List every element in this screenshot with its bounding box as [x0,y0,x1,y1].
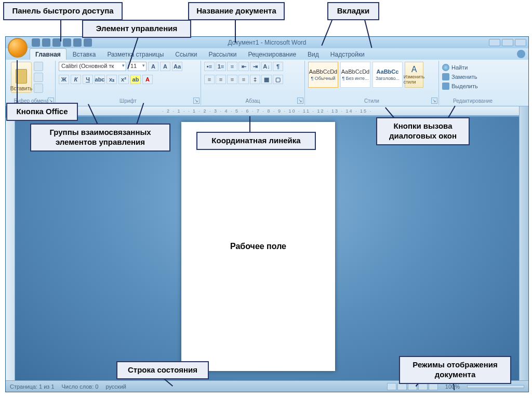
zoom-percent[interactable]: 100% [445,383,460,390]
group-clipboard: Вставить Буфер обмена ↘ [8,61,56,105]
tab-mail[interactable]: Рассылки [204,49,242,60]
maximize-button[interactable] [502,39,513,46]
callout-tabs: Вкладки [327,2,379,20]
find-button[interactable]: Найти [442,64,468,71]
align-center-icon[interactable]: ≡ [216,75,226,84]
undo-icon[interactable] [42,38,50,47]
borders-icon[interactable]: ▢ [273,75,283,84]
redo-icon[interactable] [52,38,61,47]
save-icon[interactable] [32,38,40,47]
zoom-slider[interactable] [467,385,524,388]
paragraph-launcher[interactable]: ↘ [297,98,303,104]
indent-inc-icon[interactable]: ⇥ [250,62,260,71]
title-bar: Документ1 - Microsoft Word [6,37,528,48]
numbering-icon[interactable]: 1≡ [216,62,226,71]
vertical-ruler[interactable] [6,118,15,380]
highlight-button[interactable]: ab [130,75,141,84]
minimize-button[interactable] [489,39,500,46]
change-styles-button[interactable]: A Изменить стили [405,62,423,88]
callout-status-bar: Строка состояния [116,361,209,379]
help-icon[interactable] [517,50,525,58]
document-title: Документ1 - Microsoft Word [228,39,306,46]
tab-review[interactable]: Рецензирование [243,49,301,60]
tab-view[interactable]: Вид [302,49,324,60]
status-words[interactable]: Число слов: 0 [62,383,99,390]
style-nospacing-label: ¶ Без инте... [342,76,368,81]
change-styles-label: Изменить стили [404,74,425,85]
view-outline[interactable] [418,383,428,390]
line-spacing-icon[interactable]: ‡ [250,75,260,84]
workspace-caption: Рабочее поле [230,242,286,251]
select-label: Выделить [451,83,478,89]
align-left-icon[interactable]: ≡ [204,75,215,84]
tab-refs[interactable]: Ссылки [170,49,202,60]
font-launcher[interactable]: ↘ [193,98,200,104]
bold-button[interactable]: Ж [59,75,69,84]
group-editing-label: Редактирование [442,97,503,104]
view-draft[interactable] [429,383,438,390]
style-heading1[interactable]: AaBbCc Заголово... [373,62,403,88]
view-full-screen[interactable] [397,383,407,390]
style-no-spacing[interactable]: AaBbCcDd ¶ Без инте... [340,62,370,88]
status-page[interactable]: Страница: 1 из 1 [10,383,55,390]
strike-button[interactable]: abc [95,75,105,84]
underline-button[interactable]: Ч [83,75,93,84]
group-editing: Найти Заменить Выделить Редактирование [439,61,507,105]
style-heading1-label: Заголово... [376,76,400,81]
italic-button[interactable]: К [71,75,81,84]
callout-office-button: Кнопка Office [6,103,78,121]
view-print-layout[interactable] [387,383,396,390]
replace-icon [442,73,449,80]
tab-addins[interactable]: Надстройки [325,49,370,60]
callout-quick-access: Панель быстрого доступа [3,2,123,20]
document-page[interactable]: Рабочее поле [181,122,335,371]
clear-format-icon[interactable]: Aa [172,62,182,71]
find-label: Найти [451,64,468,71]
indent-dec-icon[interactable]: ⇤ [238,62,249,71]
justify-icon[interactable]: ≡ [238,75,249,84]
callout-view-modes: Режимы отображения документа [399,356,511,384]
preview-icon[interactable] [73,38,82,47]
letter-a-icon: A [411,65,417,74]
tab-layout[interactable]: Разметка страницы [102,49,169,60]
office-button[interactable] [8,38,28,58]
show-marks-icon[interactable]: ¶ [273,62,283,71]
bullets-icon[interactable]: •≡ [204,62,215,71]
align-right-icon[interactable]: ≡ [227,75,237,84]
status-language[interactable]: русский [105,383,126,390]
format-painter-icon[interactable] [34,84,43,93]
font-size-combo[interactable]: 11 [128,62,147,71]
qat-more-icon[interactable] [84,38,92,47]
print-icon[interactable] [63,38,71,47]
select-button[interactable]: Выделить [442,83,478,90]
superscript-button[interactable]: x² [118,75,129,84]
style-normal[interactable]: AaBbCcDd ¶ Обычный [308,62,338,88]
grow-font-icon[interactable]: A [148,62,158,71]
styles-launcher[interactable]: ↘ [431,98,437,104]
close-button[interactable] [515,39,526,46]
replace-label: Заменить [451,74,477,80]
shrink-font-icon[interactable]: A [160,62,170,71]
font-color-button[interactable]: A [142,75,153,84]
select-icon [442,83,449,90]
tab-insert[interactable]: Вставка [68,49,101,60]
word-window: Документ1 - Microsoft Word Главная Встав… [5,36,529,392]
replace-button[interactable]: Заменить [442,73,477,80]
group-styles: AaBbCcDd ¶ Обычный AaBbCcDd ¶ Без инте..… [305,61,439,105]
tab-home[interactable]: Главная [30,48,66,60]
subscript-button[interactable]: x₂ [107,75,117,84]
quick-access-toolbar [32,38,92,47]
font-name-combo[interactable]: Calibri (Основной тк [59,62,126,71]
group-font-label: Шрифт [59,97,197,104]
group-paragraph: •≡ 1≡ ≡ ⇤ ⇥ A↓ ¶ ≡ ≡ ≡ ≡ ‡ ▦ ▢ [201,61,305,105]
sort-icon[interactable]: A↓ [261,62,272,71]
group-paragraph-label: Абзац [204,97,301,104]
multilevel-icon[interactable]: ≡ [227,62,237,71]
cut-icon[interactable] [34,62,43,71]
copy-icon[interactable] [34,73,43,82]
paste-button[interactable]: Вставить [11,62,32,93]
callout-ruler: Координатная линейка [196,132,316,150]
vertical-scrollbar[interactable] [519,106,528,380]
callout-dialog-launchers: Кнопки вызова диалоговых окон [376,117,470,145]
shading-icon[interactable]: ▦ [261,75,272,84]
